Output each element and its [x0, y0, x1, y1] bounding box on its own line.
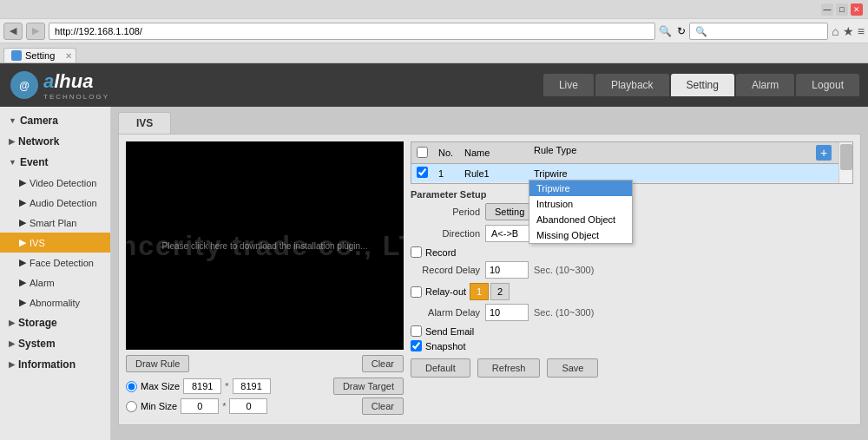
- search-bar[interactable]: [689, 23, 828, 40]
- sidebar-item-network[interactable]: ▶ Network: [0, 131, 110, 152]
- min-width-input[interactable]: [181, 398, 219, 414]
- video-detection-arrow-icon: ▶: [19, 177, 26, 188]
- relay-btn-1[interactable]: 1: [470, 283, 489, 300]
- add-rule-button[interactable]: +: [816, 145, 832, 161]
- camera-arrow-icon: ▼: [9, 116, 16, 125]
- svg-text:@: @: [19, 80, 30, 92]
- refresh-button[interactable]: Refresh: [477, 358, 541, 378]
- nav-tab-live[interactable]: Live: [543, 74, 594, 96]
- sidebar-item-event[interactable]: ▼ Event: [0, 152, 110, 173]
- nav-tab-setting[interactable]: Setting: [671, 74, 734, 96]
- alarm-delay-input[interactable]: [485, 304, 529, 321]
- sidebar-item-system[interactable]: ▶ System: [0, 333, 110, 354]
- snapshot-label: Snapshot: [425, 341, 465, 351]
- max-size-label: Max Size: [141, 381, 180, 391]
- min-size-label: Min Size: [141, 401, 177, 411]
- sidebar-item-audio-detection[interactable]: ▶ Audio Detection: [0, 193, 110, 213]
- period-setting-button[interactable]: Setting: [485, 203, 534, 220]
- back-button[interactable]: ◀: [3, 23, 23, 40]
- forward-button[interactable]: ▶: [26, 23, 45, 40]
- nav-tabs: Live Playback Setting Alarm Logout: [543, 74, 859, 96]
- ivs-arrow-icon: ▶: [19, 237, 26, 248]
- ivs-tab-header[interactable]: IVS: [118, 112, 171, 134]
- send-email-label: Send Email: [425, 326, 474, 337]
- home-icon[interactable]: ⌂: [832, 24, 838, 38]
- logo-text: alhua: [43, 70, 93, 92]
- max-height-input[interactable]: [233, 378, 271, 394]
- relay-btn-2[interactable]: 2: [490, 283, 510, 300]
- close-button[interactable]: ✕: [851, 3, 863, 16]
- min-height-input[interactable]: [229, 398, 267, 414]
- send-email-row: Send Email: [411, 325, 853, 337]
- video-controls: Draw Rule Clear: [126, 355, 404, 372]
- select-all-checkbox[interactable]: [417, 147, 428, 158]
- row-no: 1: [433, 164, 459, 183]
- draw-rule-button[interactable]: Draw Rule: [126, 355, 189, 372]
- dropdown-item-intrusion[interactable]: Intrusion: [529, 196, 632, 212]
- rules-table-container: No. Name Rule Type +: [411, 141, 853, 184]
- row-name: Rule1: [459, 164, 529, 183]
- minimize-button[interactable]: —: [821, 3, 833, 16]
- row-checkbox[interactable]: [417, 167, 428, 178]
- draw-target-button[interactable]: Draw Target: [333, 378, 404, 395]
- logo-icon: @: [9, 69, 40, 101]
- relay-buttons: 1 2: [470, 283, 510, 300]
- save-button[interactable]: Save: [547, 358, 598, 378]
- sidebar-item-information[interactable]: ▶ Information: [0, 354, 110, 375]
- scrollbar-thumb: [840, 144, 852, 170]
- face-detection-arrow-icon: ▶: [19, 257, 26, 268]
- dropdown-item-missing[interactable]: Missing Object: [529, 227, 632, 243]
- address-bar[interactable]: [49, 23, 655, 40]
- record-delay-input[interactable]: [485, 261, 529, 279]
- event-arrow-icon: ▼: [9, 158, 16, 167]
- record-row: Record: [411, 246, 853, 258]
- ruletype-dropdown[interactable]: Tripwire Intrusion Abandoned Object Miss…: [529, 180, 633, 244]
- browser-tab[interactable]: Setting ✕: [3, 48, 76, 62]
- refresh-icon[interactable]: ↻: [677, 25, 686, 37]
- sidebar-item-video-detection[interactable]: ▶ Video Detection: [0, 173, 110, 193]
- record-delay-row: Record Delay Sec. (10~300): [411, 261, 853, 279]
- relay-row: Relay-out 1 2: [411, 283, 853, 300]
- sidebar-item-camera[interactable]: ▼ Camera: [0, 110, 110, 131]
- dropdown-item-abandoned[interactable]: Abandoned Object: [529, 212, 632, 227]
- tab-label: Setting: [25, 50, 55, 61]
- clear-rule-button[interactable]: Clear: [362, 355, 404, 372]
- nav-tab-alarm[interactable]: Alarm: [736, 74, 794, 96]
- rules-scrollbar[interactable]: [838, 142, 852, 183]
- snapshot-checkbox[interactable]: [411, 340, 422, 351]
- send-email-checkbox[interactable]: [411, 325, 422, 337]
- sidebar-item-ivs[interactable]: ▶ IVS: [0, 233, 110, 253]
- th-name: Name: [459, 142, 529, 164]
- information-arrow-icon: ▶: [9, 360, 15, 369]
- sidebar-item-storage[interactable]: ▶ Storage: [0, 312, 110, 333]
- table-row[interactable]: 1 Rule1 Tripwire Tripwire Intrusion: [411, 164, 838, 183]
- th-ruletype: Rule Type +: [529, 142, 838, 164]
- nav-tab-playback[interactable]: Playback: [595, 74, 669, 96]
- star-icon[interactable]: ★: [843, 24, 854, 38]
- sidebar-item-alarm[interactable]: ▶ Alarm: [0, 273, 110, 292]
- logo-area: @ alhua TECHNOLOGY: [9, 69, 109, 101]
- max-width-input[interactable]: [183, 378, 221, 394]
- relay-checkbox[interactable]: [411, 286, 422, 298]
- nav-tab-logout[interactable]: Logout: [796, 74, 859, 96]
- sidebar-item-abnormality[interactable]: ▶ Abnormality: [0, 292, 110, 312]
- record-delay-unit: Sec. (10~300): [534, 265, 594, 275]
- video-screen: Sincerity trade co., LTD Please click he…: [126, 141, 404, 350]
- sidebar-item-smart-plan[interactable]: ▶ Smart Plan: [0, 213, 110, 233]
- maximize-button[interactable]: □: [836, 3, 848, 16]
- sidebar-item-face-detection[interactable]: ▶ Face Detection: [0, 253, 110, 273]
- dropdown-item-tripwire[interactable]: Tripwire: [529, 181, 632, 196]
- clear-target-button[interactable]: Clear: [362, 397, 404, 415]
- direction-label: Direction: [411, 228, 480, 239]
- alarm-delay-unit: Sec. (10~300): [534, 307, 594, 318]
- max-size-radio[interactable]: [126, 381, 137, 392]
- record-checkbox[interactable]: [411, 246, 422, 258]
- right-panel: No. Name Rule Type +: [411, 141, 853, 417]
- default-button[interactable]: Default: [411, 358, 470, 378]
- max-sep: *: [225, 381, 228, 391]
- min-size-radio[interactable]: [126, 401, 137, 412]
- abnormality-arrow-icon: ▶: [19, 297, 26, 308]
- tab-close-button[interactable]: ✕: [65, 51, 72, 61]
- video-panel: Sincerity trade co., LTD Please click he…: [126, 141, 404, 417]
- menu-icon[interactable]: ≡: [858, 24, 865, 38]
